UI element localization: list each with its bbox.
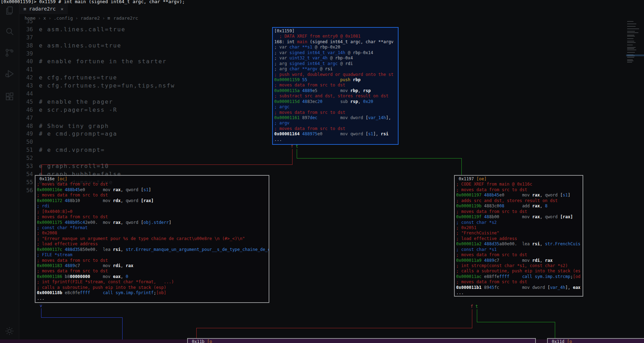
asm-row: ; moves data from src to dst (456, 209, 581, 214)
line-number: 53 (21, 163, 33, 169)
asm-row: 0x00001183 4889c7 mov rdi, rax (37, 263, 267, 268)
asm-row: ; var signed int64_t var_14h @ rbp-0x14 (274, 50, 396, 56)
line-number: 55 (21, 179, 33, 186)
asm-row: ; moves data from src to dst (274, 110, 396, 115)
line-number: 46 (21, 106, 33, 113)
minimap-highlight (626, 54, 644, 56)
line-text: e cfg.fortunes=true (39, 74, 117, 81)
search-icon[interactable] (5, 27, 14, 37)
asm-row: ; arg char **argv @ rsi (274, 66, 396, 72)
asm-row: ; int fprintf(FILE *stream, const char *… (37, 279, 267, 285)
asm-row: 0x11b [o (189, 339, 534, 343)
asm-row: ; calls a subroutine, push eip into the … (456, 268, 581, 274)
asm-row: 0x00001197 488b45e0 mov rax, qword [s1] (456, 193, 581, 198)
editor-line: 35 (21, 18, 337, 26)
line-number: 36 (21, 26, 33, 33)
graph-node-0x1197[interactable]: 0x1197 [oe]; CODE XREF from main @ 0x116… (454, 175, 583, 297)
line-number: 38 (21, 42, 33, 49)
minimap-line (627, 60, 633, 61)
line-text: # Show tiny graph (39, 123, 109, 129)
editor-line: 52 (21, 155, 337, 163)
line-text: # enable the pager (39, 98, 113, 105)
line-number: 48 (21, 123, 33, 129)
edge-label-true-right: t (475, 304, 478, 309)
asm-row: ; const char *format (37, 225, 267, 231)
editor-line: 51# e cmd.vprompt= (21, 147, 337, 155)
edge-label-down-left: v (40, 303, 42, 308)
asm-row: 0x0000115d 4883ec20 sub rsp, 0x20 (274, 99, 396, 104)
line-number: 42 (21, 74, 33, 81)
asm-row: ; "FrenchCuisine" (456, 231, 581, 236)
minimap-line (627, 59, 633, 60)
edge-right-true-h (477, 322, 555, 322)
asm-row: 0x000011a2 488d35a80e00. lea rsi, str.Fr… (456, 241, 581, 247)
asm-row: ; moves data from src to dst (274, 126, 396, 131)
minimap-line (627, 28, 639, 29)
minimap[interactable] (627, 21, 644, 63)
line-text: # e cmd.gprompt=aga (39, 130, 117, 137)
asm-row: ; substract src and dst, stores result o… (274, 93, 396, 99)
edge-label-false-right: f (471, 304, 473, 309)
asm-row: 0x00001186 b800000000 mov eax, 0 (37, 274, 267, 279)
asm-row: 0x000011a9 4889c7 mov rdi, rax (456, 258, 581, 263)
edge-main-true-v2 (461, 158, 462, 175)
minimap-line (627, 48, 634, 49)
minimap-line (627, 42, 636, 43)
asm-row: 0x0000118b e8c0feffff call sym.imp.fprin… (37, 290, 267, 296)
asm-row: 0x00001161 897dec mov dword [var_14h], (274, 115, 396, 121)
minimap-line (627, 31, 635, 32)
asm-row: ... (456, 290, 581, 296)
asm-row: ; moves data from src to dst (37, 258, 267, 263)
graph-node-bottom-right[interactable]: 0x11d [o (547, 338, 644, 343)
asm-row: 0x00001175 488b05c42e00. mov rax, qword … (37, 220, 267, 225)
asm-row: 0x0000116e 488b45e0 mov rax, qword [s1] (37, 187, 267, 193)
asm-row: ; rdi (37, 203, 267, 209)
run-debug-icon[interactable] (5, 69, 14, 79)
tab-radare2rc[interactable]: ≡ radare2rc ✕ (19, 4, 68, 14)
asm-row: ; CODE XREF from main @ 0x116c (456, 182, 581, 187)
source-control-icon[interactable] (5, 48, 14, 58)
tab-bar: ≡ radare2rc ✕ (19, 4, 68, 14)
file-list-icon: ≡ (24, 6, 26, 12)
graph-node-bottom-left[interactable]: 0x11b [o (187, 338, 536, 343)
asm-row: ; const char *s2 (456, 220, 581, 225)
line-text: e asm.lines.out=true (39, 42, 121, 49)
edge-left-down-h (41, 317, 123, 318)
explorer-icon[interactable] (5, 6, 14, 15)
asm-row: ; load effective address (456, 236, 581, 241)
minimap-line (627, 24, 636, 24)
asm-row: ; FILE *stream (37, 252, 267, 258)
graph-node-0x116e[interactable]: 0x116e [oc]; moves data from src to dst0… (35, 175, 269, 303)
line-number: 51 (21, 147, 33, 153)
minimap-line (627, 52, 635, 53)
asm-row: 0x116e [oc] (37, 176, 267, 182)
minimap-line (627, 36, 635, 37)
asm-row: ; moves data from src to dst (456, 187, 581, 193)
asm-row: ; push word, doubleword or quadword onto… (274, 72, 396, 77)
line-number: 43 (21, 82, 33, 89)
asm-row: ; argc (274, 104, 396, 110)
graph-node-0x1159[interactable]: [0x1159] ; DATA XREF from entry0 @ 0x108… (272, 27, 399, 145)
asm-row: 0x0000119f 488b00 mov rax, qword [rax] (456, 214, 581, 220)
line-number: 45 (21, 98, 33, 105)
asm-row: ; argv (274, 121, 396, 126)
tab-close-icon[interactable]: ✕ (61, 6, 64, 12)
asm-row: ; "Erreur manque un argument pour %s de … (37, 236, 267, 241)
asm-row: ; moves data from src to dst (37, 193, 267, 198)
line-number: 41 (21, 66, 33, 73)
line-number: 56 (21, 187, 33, 194)
line-text: e cfg.fortunes.type=fun,tips,nsfw (39, 82, 175, 89)
asm-row: ; arg signed int64_t argc @ rdi (274, 61, 396, 66)
asm-row: ; moves data from src to dst (274, 83, 396, 88)
line-number: 35 (21, 18, 33, 25)
activity-bar (0, 0, 19, 343)
extensions-icon[interactable] (5, 92, 14, 102)
settings-gear-icon[interactable] (5, 326, 14, 336)
line-text: e scr.pager=less -R (39, 106, 117, 113)
asm-row: 0x000011b1 8945fc mov dword [var_4h], ea… (456, 285, 581, 290)
asm-row: 0x000011ac e88ffeffff call sym.imp.strcm… (456, 274, 581, 279)
asm-row: ; moves data from src to dst (37, 268, 267, 274)
edge-right-false-v2 (196, 328, 197, 338)
line-number: 49 (21, 130, 33, 137)
asm-row: ; 0x2008 (37, 231, 267, 236)
